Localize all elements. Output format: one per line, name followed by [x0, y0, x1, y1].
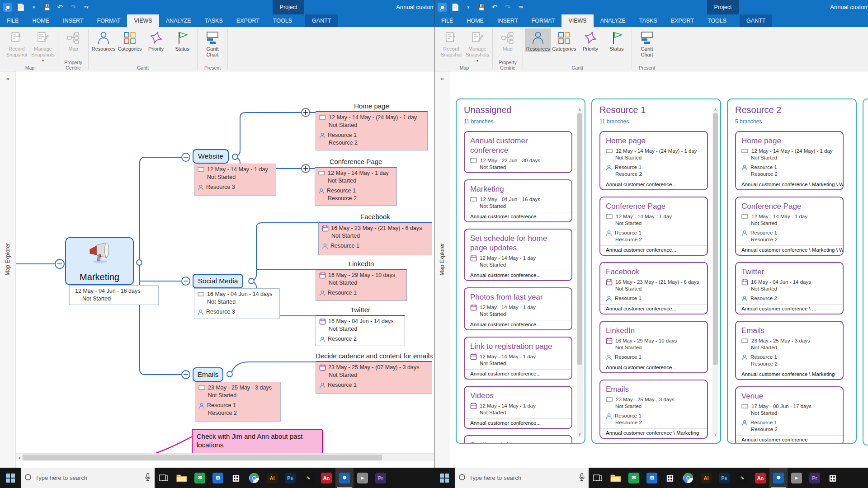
branch-card[interactable]: Home page12 May - 14 May - (24 May) - 1 …: [599, 131, 708, 190]
new-map-icon[interactable]: 📄: [16, 2, 26, 12]
start-button[interactable]: [0, 468, 21, 488]
scroll-left-arrow-icon[interactable]: ◂: [16, 454, 23, 461]
branch-card[interactable]: Link to registration page12 May - 14 May…: [464, 337, 572, 380]
root-topic-info-box[interactable]: 12 May - 04 Jun - 16 daysNot Started: [69, 285, 159, 305]
map-topic-emails[interactable]: Emails: [193, 367, 223, 382]
subtopic-info-box[interactable]: 16 May - 04 Jun - 14 daysNot StartedReso…: [316, 315, 405, 346]
expand-panel-icon[interactable]: »: [434, 75, 450, 82]
collapse-button-marketing[interactable]: [55, 259, 64, 268]
tab-views[interactable]: VIEWS: [127, 14, 159, 27]
map-button[interactable]: Map: [60, 28, 86, 52]
tab-export[interactable]: EXPORT: [664, 14, 701, 27]
premiere-icon[interactable]: Pr: [372, 468, 390, 488]
map-canvas[interactable]: Marketing12 May - 04 Jun - 16 daysNot St…: [16, 71, 434, 468]
map-topic-website[interactable]: Website: [193, 149, 229, 164]
map-subtopic-facebook[interactable]: Facebook16 May - 23 May - (21 May) - 6 d…: [318, 213, 432, 255]
tab-home[interactable]: HOME: [460, 14, 491, 27]
categories-button[interactable]: Categories: [117, 28, 143, 52]
redo-icon[interactable]: ↷: [68, 2, 78, 12]
branch-card[interactable]: Emails23 May - 25 May - 3 daysNot Starte…: [599, 380, 708, 439]
horizontal-scrollbar-thumb[interactable]: [23, 455, 382, 460]
branch-card[interactable]: Home page12 May - 14 May - (24 May) - 1 …: [735, 131, 844, 190]
mail-icon[interactable]: ✉: [191, 468, 209, 488]
scroll-up-arrow-icon[interactable]: ∧: [577, 107, 583, 113]
priority-button[interactable]: Priority: [577, 28, 604, 52]
task-view-icon[interactable]: [155, 468, 173, 488]
scroll-down-arrow-icon[interactable]: ∨: [577, 432, 583, 437]
subtopic-info-box[interactable]: 12 May - 14 May - (24 May) - 1 dayNot St…: [316, 111, 428, 150]
expand-panel-icon[interactable]: »: [0, 75, 15, 82]
scroll-up-arrow-icon[interactable]: ∧: [712, 107, 718, 113]
branch-card[interactable]: Conference Page12 May - 14 May - 1 dayNo…: [735, 197, 844, 256]
app-logo-icon[interactable]: [437, 2, 447, 12]
search-input[interactable]: Type here to search: [21, 468, 155, 488]
map-topic-social[interactable]: Social Media: [193, 274, 243, 288]
store-icon[interactable]: ⊞: [643, 468, 661, 488]
qat-dropdown-icon[interactable]: ▾: [463, 2, 473, 12]
new-map-icon[interactable]: 📄: [450, 2, 460, 12]
branch-handle-marketing[interactable]: [137, 260, 142, 265]
subtopic-info-box[interactable]: 12 May - 14 May - 1 dayNot StartedResour…: [315, 167, 397, 206]
map-subtopic-linkedin[interactable]: LinkedIn16 May - 29 May - 10 daysNot Sta…: [316, 260, 407, 301]
map-button[interactable]: Map: [495, 28, 521, 52]
map-subtopic-homepage[interactable]: Home page12 May - 14 May - (24 May) - 1 …: [316, 102, 428, 150]
tab-insert[interactable]: INSERT: [56, 14, 90, 27]
tab-tasks[interactable]: TASKS: [198, 14, 230, 27]
app-logo-icon[interactable]: [3, 2, 13, 12]
mindview-icon[interactable]: ✸: [769, 468, 788, 488]
save-icon[interactable]: 💾: [476, 2, 486, 12]
map-subtopic-decide[interactable]: Decide cadence and content for emails23 …: [316, 352, 432, 394]
tab-tasks[interactable]: TASKS: [632, 14, 664, 27]
tab-file[interactable]: FILE: [434, 14, 460, 27]
topic-info-box-website[interactable]: 12 May - 14 May - 1 dayNot StartedResour…: [194, 164, 276, 196]
branch-card[interactable]: Photos from last year12 May - 14 May - 1…: [464, 287, 572, 330]
record-snapshot-button[interactable]: RecordSnapshot: [438, 28, 464, 57]
tab-file[interactable]: FILE: [0, 14, 25, 27]
collapse-button-emails[interactable]: [182, 371, 190, 379]
tab-tools[interactable]: TOOLS: [266, 14, 299, 27]
scroll-down-arrow-icon[interactable]: ∨: [712, 432, 718, 437]
map-subtopic-confpage[interactable]: Conference Page12 May - 14 May - 1 dayNo…: [315, 158, 397, 206]
topic-info-box-social[interactable]: 16 May - 04 Jun - 14 daysNot StartedReso…: [194, 288, 280, 319]
resources-button[interactable]: Resources: [90, 28, 117, 52]
map-explorer-panel[interactable]: »Map Explorer: [434, 71, 450, 468]
tab-insert[interactable]: INSERT: [491, 14, 525, 27]
manage-snapshots-button[interactable]: ManageSnapshots ▾: [464, 28, 491, 64]
media-player-icon[interactable]: ▸: [788, 468, 806, 488]
gantt-chart-button[interactable]: GanttChart: [199, 28, 226, 57]
topic-info-box-emails[interactable]: 23 May - 25 May - 3 daysNot StartedResou…: [195, 382, 281, 422]
store-icon[interactable]: ⊞: [209, 468, 227, 488]
map-explorer-panel[interactable]: »Map Explorer: [0, 71, 16, 468]
illustrator-icon[interactable]: Ai: [697, 468, 715, 488]
tab-views[interactable]: VIEWS: [561, 14, 593, 27]
undo-icon[interactable]: ↶: [55, 2, 65, 12]
tab-analyze[interactable]: ANALYZE: [159, 14, 198, 27]
tab-format[interactable]: FORMAT: [90, 14, 127, 27]
status-button[interactable]: Status: [604, 28, 630, 52]
branch-card[interactable]: Annual customer conference12 May - 22 Ju…: [464, 131, 572, 173]
tab-tools[interactable]: TOOLS: [701, 14, 733, 27]
branch-card[interactable]: LinkedIn16 May - 29 May - 10 daysNot Sta…: [599, 321, 708, 373]
map-root-topic-marketing[interactable]: Marketing: [65, 237, 134, 285]
expand-button-conference-page[interactable]: [302, 164, 310, 173]
qat-dropdown-icon[interactable]: ▾: [29, 2, 39, 12]
branch-card[interactable]: Set schedule for home page updates12 May…: [464, 229, 572, 281]
collapse-button-website[interactable]: [182, 153, 190, 161]
office-grid-icon[interactable]: ⊞: [227, 468, 245, 488]
undo-icon[interactable]: ↶: [490, 2, 500, 12]
expand-button-home-page[interactable]: [302, 108, 310, 117]
branch-card[interactable]: Facebook16 May - 23 May - (21 May) - 6 d…: [599, 262, 708, 314]
anydesk-icon[interactable]: An: [751, 468, 769, 488]
tab-home[interactable]: HOME: [25, 14, 56, 27]
file-explorer-icon[interactable]: [607, 468, 625, 488]
tab-gantt-contextual[interactable]: GANTT: [305, 14, 338, 27]
tab-format[interactable]: FORMAT: [525, 14, 562, 27]
branch-card[interactable]: Marketing12 May - 04 Jun - 16 daysNot St…: [464, 179, 572, 222]
subtopic-info-box[interactable]: 23 May - 25 May - (07 May) - 3 daysNot S…: [316, 361, 432, 394]
branch-card[interactable]: Venue17 May - 08 Jun - 17 daysNot Starte…: [735, 386, 844, 444]
branch-card[interactable]: Testimonials12 May - 14 May - 1 dayNot S…: [464, 435, 572, 444]
photoshop-icon[interactable]: Ps: [715, 468, 733, 488]
photoshop-icon[interactable]: Ps: [281, 468, 299, 488]
mindview-icon[interactable]: ✸: [335, 468, 354, 488]
horizontal-scrollbar[interactable]: ◂: [16, 453, 434, 461]
